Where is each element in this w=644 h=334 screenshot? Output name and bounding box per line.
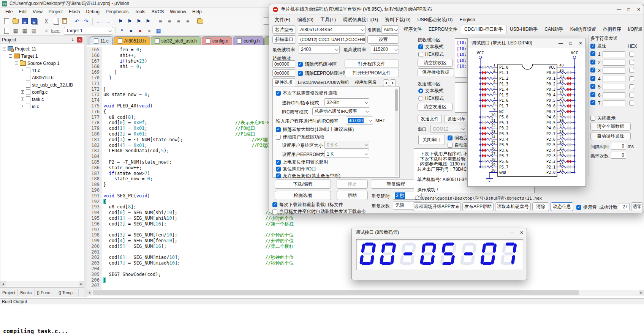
port-select[interactable]: COM12 xyxy=(430,125,466,133)
reset-io-checkbox[interactable]: 复位脚用作I/O口 xyxy=(276,166,316,172)
scroll-left-icon[interactable]: ◄ xyxy=(0,281,6,287)
outdent-icon[interactable]: ≡ xyxy=(165,17,174,25)
tab-scroll-left-icon[interactable]: ◄ xyxy=(383,79,389,86)
eeprom-size-select[interactable]: 1 K xyxy=(324,150,369,158)
tree-item-config.c[interactable]: +config.c xyxy=(1,88,83,96)
multi-row-hex-checkbox-6[interactable] xyxy=(629,93,634,98)
tree-item-source-group-1[interactable]: −Source Group 1 xyxy=(1,60,83,67)
eeprom-address-input[interactable]: 0x0000 xyxy=(272,69,295,77)
min-baud-select[interactable]: 2400 xyxy=(299,45,340,54)
project-hscrollbar[interactable]: ◄ ► xyxy=(0,281,84,287)
assistant-tab-7[interactable]: I/O配置 xyxy=(625,25,642,34)
send-file-button[interactable]: 发送文件 xyxy=(418,115,442,123)
scrollbar-thumb[interactable] xyxy=(93,290,579,295)
assistant-tab-5[interactable]: Keil仿真设置 xyxy=(567,25,600,34)
multi-row-checkbox-1[interactable] xyxy=(590,51,595,56)
tree-item-11.c[interactable]: +11.c xyxy=(1,67,83,74)
close-icon[interactable]: ✕ xyxy=(576,38,585,48)
options-scrollbar[interactable] xyxy=(395,88,398,176)
chip-type-select[interactable]: AI8051U-34K64 xyxy=(298,25,366,34)
sys-size-select[interactable]: 0.5 K xyxy=(324,141,369,149)
multi-send-all-checkbox[interactable]: 发送 xyxy=(590,43,606,49)
tree-item-ai8051u.h[interactable]: −AI8051U.h xyxy=(1,74,83,81)
paste-icon[interactable] xyxy=(60,17,69,25)
clear-button[interactable]: 清除 xyxy=(532,202,549,211)
tree-item-stc_usb_cdc_32.lib[interactable]: −stc_usb_cdc_32.LIB xyxy=(1,81,83,88)
scroll-right-icon[interactable]: ► xyxy=(79,281,84,287)
menu-file[interactable]: File xyxy=(2,8,16,16)
stop-button[interactable]: 停止 xyxy=(337,180,368,189)
tab-scroll-right-icon[interactable]: ► xyxy=(390,79,396,86)
menu-debug[interactable]: Debug xyxy=(83,8,103,16)
nav-forward-icon[interactable]: → xyxy=(104,17,112,25)
expander-icon[interactable]: − xyxy=(15,61,18,65)
publish-app-button[interactable]: 远程现场升级APP发布 xyxy=(413,202,461,211)
tool-menu-item[interactable]: 资料下载(D) xyxy=(381,16,414,24)
clear-code-checkbox[interactable]: 清除代码缓冲区 xyxy=(298,61,337,68)
multi-row-hex-checkbox-4[interactable] xyxy=(629,76,634,81)
publish-help-button[interactable]: 发布APP帮助 xyxy=(462,202,494,211)
modify-options-checkbox[interactable]: 本次下载需要修改硬件选项 xyxy=(276,90,337,96)
assistant-tab-3[interactable]: USB-HID助手 xyxy=(506,25,541,34)
nav-back-icon[interactable]: ← xyxy=(95,17,103,25)
panel-tab-project[interactable]: Project xyxy=(0,289,18,296)
tool-menu-item[interactable]: USB驱动安装(D) xyxy=(414,16,456,24)
dynamic-info-button[interactable]: 动态信息 xyxy=(551,202,573,211)
multi-row-input-4[interactable] xyxy=(603,76,625,82)
maximize-icon[interactable]: □ xyxy=(566,38,576,48)
hw-tab-0[interactable]: 硬件选项 xyxy=(272,78,295,87)
multi-row-input-7[interactable] xyxy=(603,100,625,106)
interval-input[interactable]: 0 xyxy=(611,143,626,150)
reset-count-button[interactable]: 清零 xyxy=(631,202,643,211)
tool-menu-item[interactable]: 文件(F) xyxy=(271,16,294,24)
bookmark-prev-icon[interactable]: ⚑ xyxy=(134,17,143,25)
scan-port-button[interactable]: 扫描串口 xyxy=(272,35,296,44)
uncomment-icon[interactable]: ≡ xyxy=(184,17,192,25)
max-baud-select[interactable]: 115200 xyxy=(371,45,399,54)
close-icon[interactable]: ✕ xyxy=(634,4,644,14)
auto-loop-button[interactable]: 自动循环发送 xyxy=(590,132,631,140)
menu-svcs[interactable]: SVCS xyxy=(149,8,167,16)
assistant-tab-1[interactable]: EEPROM文件 xyxy=(425,25,461,34)
close-port-button[interactable]: 关闭串口 xyxy=(418,135,445,145)
scroll-left-icon[interactable]: ◄ xyxy=(87,290,92,295)
expander-icon[interactable]: − xyxy=(3,47,6,50)
menu-edit[interactable]: Edit xyxy=(16,8,30,16)
recv-text-mode-checkbox[interactable]: 文本模式 xyxy=(418,44,443,50)
clear-all-button[interactable]: 清空全部数据 xyxy=(590,123,631,131)
open-program-button[interactable]: 打开程序文件 xyxy=(345,60,399,68)
menu-view[interactable]: View xyxy=(30,8,46,16)
minimize-icon[interactable]: — xyxy=(614,4,624,14)
close-tip-checkbox[interactable]: 关闭提示 xyxy=(590,115,616,121)
tree-item-project-11[interactable]: −Project: 11 xyxy=(1,45,83,52)
clear-send-button[interactable]: 清空发送区 xyxy=(418,103,453,111)
editor-tab-config.c[interactable]: config.c xyxy=(202,36,232,45)
configure-icon[interactable] xyxy=(196,17,204,25)
hw-tab-1[interactable]: Link1D/Writer1A/U8W脱机 xyxy=(295,78,352,87)
download-button[interactable]: 下载/编程 xyxy=(275,180,331,189)
menu-window[interactable]: Window xyxy=(167,8,189,16)
rebuild-icon[interactable]: ▦ xyxy=(21,27,29,35)
menu-tools[interactable]: Tools xyxy=(132,8,149,16)
assistant-tab-4[interactable]: CAN助手 xyxy=(541,25,566,34)
osc-gain-checkbox[interactable]: 振荡器放大增益(12M以上建议选择) xyxy=(276,126,354,133)
editor-hscrollbar[interactable]: ◄ ► xyxy=(87,290,644,296)
expander-icon[interactable]: + xyxy=(21,98,24,101)
multi-row-checkbox-5[interactable] xyxy=(590,84,595,89)
assistant-tab-2[interactable]: CDC/HID-串口助手 xyxy=(461,25,506,34)
undo-icon[interactable]: ↶ xyxy=(73,17,81,25)
tree-item-task.c[interactable]: +task.c xyxy=(1,96,83,103)
build-output-header[interactable]: Build Output xyxy=(0,298,644,304)
stop-build-icon[interactable]: × xyxy=(42,27,51,35)
editor-tab-AI8051U.h[interactable]: AI8051U.h xyxy=(114,36,150,45)
expander-icon[interactable]: − xyxy=(9,54,12,58)
tool-menu-item[interactable]: 调试仿真接口(G) xyxy=(339,16,381,24)
open-eeprom-button[interactable]: 打开EEPROM文件 xyxy=(345,69,399,77)
menu-help[interactable]: Help xyxy=(189,8,205,16)
multi-row-input-6[interactable] xyxy=(603,92,625,98)
translate-icon[interactable] xyxy=(2,27,11,35)
bookmark-next-icon[interactable]: ⚑ xyxy=(125,17,134,25)
clear-eeprom-checkbox[interactable]: 清除EEPROM缓冲区 xyxy=(298,70,347,77)
pin-icon[interactable]: ↧ xyxy=(71,37,74,42)
send-cr-button[interactable]: 发送回车 xyxy=(444,115,468,123)
